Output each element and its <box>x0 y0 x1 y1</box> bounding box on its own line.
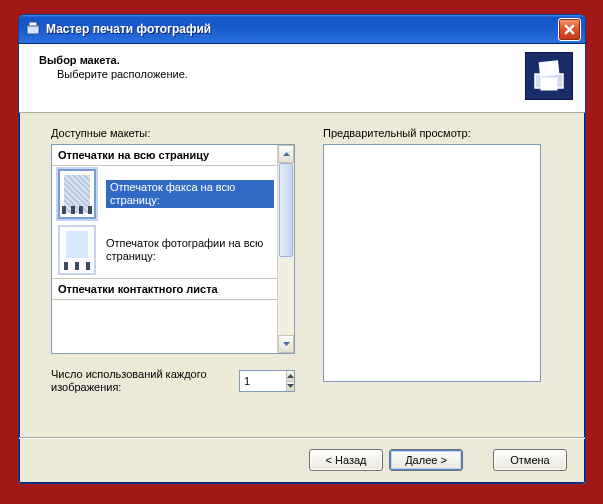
scroll-up-button[interactable] <box>278 145 294 163</box>
wizard-footer: < Назад Далее > Отмена <box>19 438 585 483</box>
layout-item-label: Отпечаток факса на всю страницу: <box>106 180 274 208</box>
layout-thumb-icon <box>58 169 96 219</box>
wizard-window: Мастер печати фотографий Выбор макета. В… <box>18 14 586 484</box>
preview-label: Предварительный просмотр: <box>323 127 541 139</box>
scrollbar-thumb[interactable] <box>279 163 293 257</box>
spinner-up-button[interactable] <box>287 371 294 382</box>
page-title: Выбор макета. <box>39 54 188 66</box>
wizard-header: Выбор макета. Выберите расположение. <box>19 44 585 113</box>
scrollbar-track[interactable] <box>278 163 294 335</box>
scroll-down-button[interactable] <box>278 335 294 353</box>
available-layouts-label: Доступные макеты: <box>51 127 295 139</box>
layout-item-photo-fullpage[interactable]: Отпечаток фотографии на всю страницу: <box>52 222 278 278</box>
window-title: Мастер печати фотографий <box>46 22 211 36</box>
usage-count-input[interactable] <box>240 371 286 391</box>
page-subtitle: Выберите расположение. <box>39 68 188 80</box>
usage-count-spinner[interactable] <box>239 370 295 392</box>
usage-count-label: Число использований каждого изображения: <box>51 368 229 394</box>
layout-group-contact: Отпечатки контактного листа <box>52 278 278 300</box>
layout-item-label: Отпечаток фотографии на всю страницу: <box>106 237 274 263</box>
svg-rect-1 <box>29 22 37 26</box>
spinner-down-button[interactable] <box>287 382 294 392</box>
back-button[interactable]: < Назад <box>309 449 383 471</box>
listbox-scrollbar[interactable] <box>277 145 294 353</box>
layout-group-fullpage: Отпечатки на всю страницу <box>52 145 278 166</box>
printer-icon <box>525 52 573 100</box>
layout-item-fax-fullpage[interactable]: Отпечаток факса на всю страницу: <box>52 166 278 222</box>
titlebar[interactable]: Мастер печати фотографий <box>19 15 585 44</box>
layout-thumb-icon <box>58 225 96 275</box>
preview-pane <box>323 144 541 382</box>
close-button[interactable] <box>558 18 581 41</box>
svg-rect-4 <box>541 78 557 90</box>
app-icon <box>25 21 41 37</box>
cancel-button[interactable]: Отмена <box>493 449 567 471</box>
next-button[interactable]: Далее > <box>389 449 463 471</box>
layouts-listbox[interactable]: Отпечатки на всю страницу Отпечаток факс… <box>51 144 295 354</box>
svg-rect-3 <box>539 61 558 76</box>
